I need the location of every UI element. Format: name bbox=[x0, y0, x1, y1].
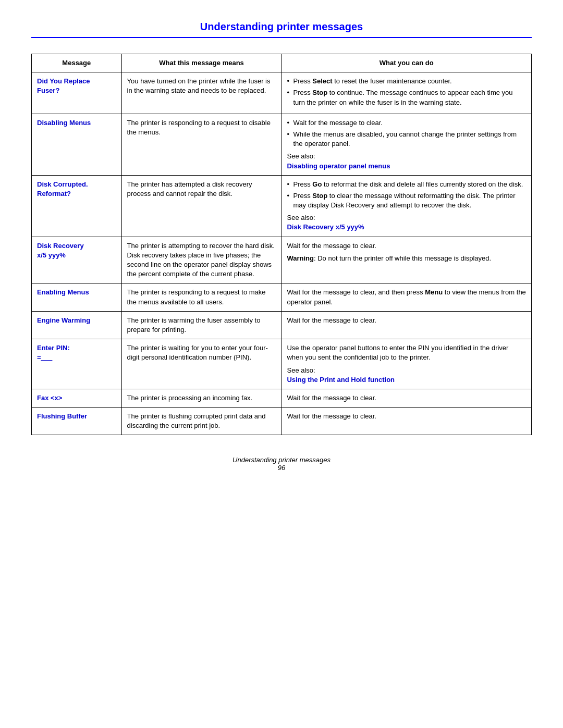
message-means: The printer is processing an incoming fa… bbox=[127, 394, 253, 402]
message-label: Did You ReplaceFuser? bbox=[37, 77, 90, 94]
see-also-label: See also: bbox=[287, 366, 526, 375]
see-also-link: Using the Print and Hold function bbox=[287, 376, 395, 384]
message-label: Fax <x> bbox=[37, 394, 62, 402]
message-label: Enter PIN:=___ bbox=[37, 344, 70, 361]
list-item: Press Select to reset the fuser maintena… bbox=[287, 77, 526, 86]
list-item: Press Go to reformat the disk and delete… bbox=[287, 180, 526, 189]
table-row: Disk Recoveryx/5 yyy% The printer is att… bbox=[32, 237, 532, 283]
page-number: 96 bbox=[31, 464, 532, 472]
table-row: Flushing Buffer The printer is flushing … bbox=[32, 408, 532, 435]
message-label: Disabling Menus bbox=[37, 119, 91, 127]
header-means: What this message means bbox=[121, 54, 282, 72]
message-label: Engine Warming bbox=[37, 316, 90, 324]
cando-list: Press Select to reset the fuser maintena… bbox=[287, 77, 526, 107]
cando-text: Wait for the message to clear, and then … bbox=[287, 288, 526, 306]
message-means: The printer has attempted a disk recover… bbox=[127, 180, 252, 198]
see-also-link: Disabling operator panel menus bbox=[287, 162, 390, 170]
message-means: The printer is responding to a request t… bbox=[127, 288, 266, 305]
table-row: Fax <x> The printer is processing an inc… bbox=[32, 389, 532, 407]
cando-text: Wait for the message to clear. bbox=[287, 316, 526, 325]
page-footer: Understanding printer messages 96 bbox=[31, 456, 532, 472]
list-item: Press Stop to continue. The message cont… bbox=[287, 88, 526, 107]
message-means: The printer is waiting for you to enter … bbox=[127, 344, 268, 361]
message-means: The printer is flushing corrupted print … bbox=[127, 412, 266, 429]
page-title: Understanding printer messages bbox=[31, 21, 532, 38]
cando-text: Wait for the message to clear. bbox=[287, 241, 526, 251]
table-row: Disabling Menus The printer is respondin… bbox=[32, 114, 532, 175]
table-row: Engine Warming The printer is warming th… bbox=[32, 311, 532, 339]
cando-list: Press Go to reformat the disk and delete… bbox=[287, 180, 526, 211]
message-label: Disk Corrupted.Reformat? bbox=[37, 180, 88, 198]
message-means: The printer is warming the fuser assembl… bbox=[127, 316, 261, 334]
messages-table: Message What this message means What you… bbox=[31, 54, 532, 435]
cando-warning: Warning: Do not turn the printer off whi… bbox=[287, 254, 526, 263]
table-header-row: Message What this message means What you… bbox=[32, 54, 532, 72]
cando-text: Wait for the message to clear. bbox=[287, 412, 526, 421]
list-item: Press Stop to clear the message without … bbox=[287, 191, 526, 210]
message-label: Disk Recoveryx/5 yyy% bbox=[37, 242, 84, 259]
see-also-label: See also: bbox=[287, 213, 526, 223]
header-cando: What you can do bbox=[282, 54, 532, 72]
message-means: You have turned on the printer while the… bbox=[127, 77, 271, 94]
cando-list: Wait for the message to clear. While the… bbox=[287, 118, 526, 149]
message-label: Enabling Menus bbox=[37, 288, 89, 296]
see-also-link: Disk Recovery x/5 yyy% bbox=[287, 223, 364, 231]
message-means: The printer is responding to a request t… bbox=[127, 119, 271, 136]
table-row: Enter PIN:=___ The printer is waiting fo… bbox=[32, 339, 532, 389]
footer-text: Understanding printer messages bbox=[31, 456, 532, 464]
cando-text: Wait for the message to clear. bbox=[287, 393, 526, 403]
message-means: The printer is attempting to recover the… bbox=[127, 242, 275, 278]
message-label: Flushing Buffer bbox=[37, 412, 87, 420]
table-row: Enabling Menus The printer is responding… bbox=[32, 283, 532, 311]
see-also-label: See also: bbox=[287, 152, 526, 161]
header-message: Message bbox=[32, 54, 122, 72]
table-row: Disk Corrupted.Reformat? The printer has… bbox=[32, 175, 532, 237]
cando-text: Use the operator panel buttons to enter … bbox=[287, 343, 526, 362]
table-row: Did You ReplaceFuser? You have turned on… bbox=[32, 72, 532, 114]
list-item: While the menus are disabled, you cannot… bbox=[287, 130, 526, 149]
list-item: Wait for the message to clear. bbox=[287, 118, 526, 128]
